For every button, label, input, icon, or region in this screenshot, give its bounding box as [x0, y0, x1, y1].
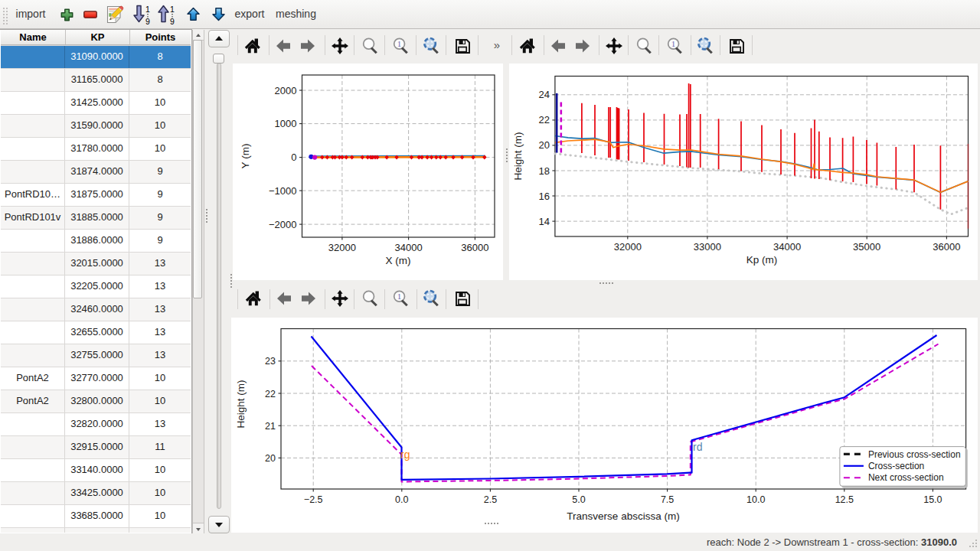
- svg-text:0.0: 0.0: [395, 494, 408, 505]
- svg-text:18: 18: [538, 165, 549, 177]
- svg-text:Cross-section: Cross-section: [868, 461, 924, 471]
- svg-text:34000: 34000: [395, 242, 423, 253]
- svg-text:1: 1: [145, 5, 150, 14]
- svg-text:−1000: −1000: [269, 185, 297, 197]
- svg-text:35000: 35000: [853, 241, 880, 253]
- svg-text:32000: 32000: [614, 241, 642, 253]
- svg-text:Height (m): Height (m): [235, 380, 247, 428]
- svg-text:7.5: 7.5: [661, 494, 674, 505]
- svg-text:14: 14: [538, 216, 549, 227]
- svg-text:−2.5: −2.5: [304, 494, 323, 505]
- svg-text:X (m): X (m): [386, 255, 411, 266]
- svg-text:rd: rd: [693, 441, 702, 453]
- svg-text:−2000: −2000: [269, 219, 297, 230]
- svg-text:Transverse abscissa (m): Transverse abscissa (m): [567, 510, 679, 522]
- svg-text:Kp (m): Kp (m): [746, 254, 778, 266]
- svg-text:1: 1: [671, 39, 676, 48]
- svg-text:1: 1: [170, 5, 175, 14]
- svg-text:22: 22: [265, 389, 276, 399]
- svg-text:Next cross-section: Next cross-section: [868, 472, 944, 483]
- svg-text:21: 21: [265, 421, 276, 432]
- svg-text:1: 1: [397, 292, 402, 301]
- svg-text:12.5: 12.5: [835, 494, 854, 505]
- svg-text:36000: 36000: [461, 242, 488, 253]
- svg-text:9: 9: [170, 17, 175, 25]
- svg-text:16: 16: [538, 191, 549, 202]
- svg-text:Height (m): Height (m): [512, 132, 524, 180]
- svg-text:10.0: 10.0: [746, 494, 765, 505]
- svg-text:24: 24: [538, 89, 549, 100]
- svg-text:15.0: 15.0: [923, 494, 942, 505]
- svg-text:33000: 33000: [694, 241, 721, 253]
- svg-text:23: 23: [265, 356, 276, 367]
- svg-text:36000: 36000: [933, 241, 960, 253]
- svg-text:34000: 34000: [773, 241, 801, 253]
- svg-text:2.5: 2.5: [484, 494, 497, 505]
- svg-text:Previous cross-section: Previous cross-section: [868, 449, 961, 460]
- svg-text:1000: 1000: [275, 118, 297, 129]
- svg-text:22: 22: [538, 114, 549, 126]
- svg-text:32000: 32000: [328, 242, 356, 253]
- svg-text:20: 20: [265, 453, 276, 464]
- svg-text:0: 0: [291, 152, 296, 163]
- svg-text:Y (m): Y (m): [240, 144, 251, 169]
- svg-text:9: 9: [145, 17, 150, 25]
- svg-text:2000: 2000: [275, 85, 297, 96]
- svg-text:rg: rg: [400, 448, 410, 461]
- svg-text:20: 20: [538, 139, 549, 151]
- svg-text:5.0: 5.0: [572, 494, 585, 505]
- svg-text:1: 1: [397, 39, 402, 48]
